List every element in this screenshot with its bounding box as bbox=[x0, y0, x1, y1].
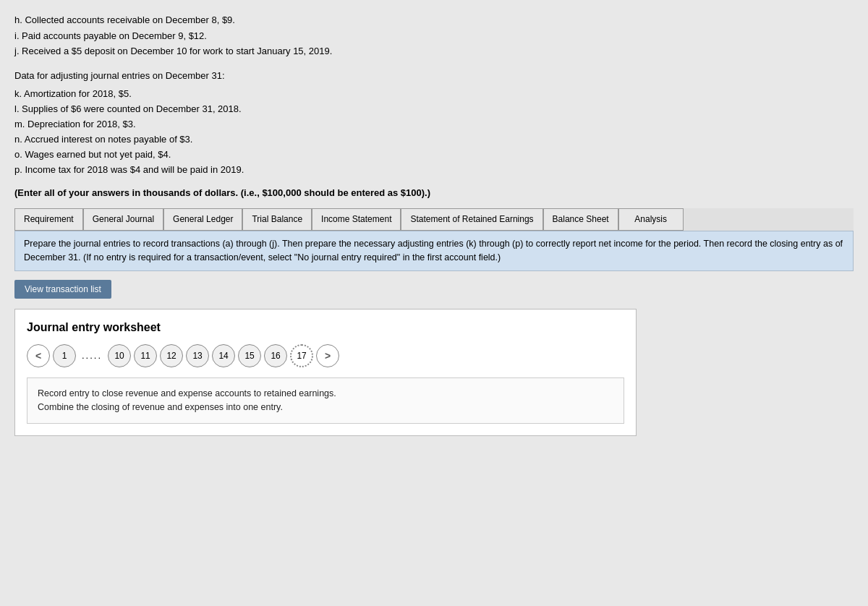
tab-balance-sheet[interactable]: Balance Sheet bbox=[543, 208, 618, 231]
instruction-bar: Prepare the journal entries to record tr… bbox=[14, 231, 854, 271]
note-bold: (Enter all of your answers in thousands … bbox=[14, 187, 854, 198]
page-button-13[interactable]: 13 bbox=[186, 344, 209, 367]
description-line1: Record entry to close revenue and expens… bbox=[38, 387, 613, 401]
page-button-1[interactable]: 1 bbox=[53, 344, 76, 367]
pagination-dots: ..... bbox=[79, 350, 105, 361]
line-o: o. Wages earned but not yet paid, $4. bbox=[14, 148, 854, 162]
page-button-12[interactable]: 12 bbox=[160, 344, 183, 367]
line-i: i. Paid accounts payable on December 9, … bbox=[14, 29, 854, 43]
line-h: h. Collected accounts receivable on Dece… bbox=[14, 13, 854, 27]
intro-text: h. Collected accounts receivable on Dece… bbox=[14, 13, 854, 59]
tab-general-journal[interactable]: General Journal bbox=[83, 208, 163, 231]
tabs-row: Requirement General Journal General Ledg… bbox=[14, 208, 854, 231]
tab-trial-balance[interactable]: Trial Balance bbox=[242, 208, 312, 231]
worksheet-title: Journal entry worksheet bbox=[27, 321, 624, 334]
page-button-17[interactable]: 17 bbox=[290, 344, 313, 367]
page-button-10[interactable]: 10 bbox=[108, 344, 131, 367]
line-l: l. Supplies of $6 were counted on Decemb… bbox=[14, 102, 854, 116]
line-k: k. Amortization for 2018, $5. bbox=[14, 87, 854, 101]
line-m: m. Depreciation for 2018, $3. bbox=[14, 117, 854, 132]
line-j: j. Received a $5 deposit on December 10 … bbox=[14, 44, 854, 59]
adjusting-list: k. Amortization for 2018, $5. l. Supplie… bbox=[14, 87, 854, 178]
next-page-button[interactable]: > bbox=[316, 344, 339, 367]
tab-requirement[interactable]: Requirement bbox=[14, 208, 83, 231]
page-button-11[interactable]: 11 bbox=[134, 344, 157, 367]
description-box: Record entry to close revenue and expens… bbox=[27, 377, 624, 424]
page-button-16[interactable]: 16 bbox=[264, 344, 287, 367]
page-button-14[interactable]: 14 bbox=[212, 344, 235, 367]
tab-analysis[interactable]: Analysis bbox=[618, 208, 684, 231]
line-n: n. Accrued interest on notes payable of … bbox=[14, 132, 854, 147]
tab-income-statement[interactable]: Income Statement bbox=[312, 208, 401, 231]
pagination: < 1 ..... 10 11 12 13 14 15 16 17 > bbox=[27, 344, 624, 367]
prev-page-button[interactable]: < bbox=[27, 344, 50, 367]
line-p: p. Income tax for 2018 was $4 and will b… bbox=[14, 163, 854, 177]
worksheet-section: Journal entry worksheet < 1 ..... 10 11 … bbox=[14, 309, 637, 437]
adjusting-header: Data for adjusting journal entries on De… bbox=[14, 70, 854, 81]
page-button-15[interactable]: 15 bbox=[238, 344, 261, 367]
tab-statement-retained-earnings[interactable]: Statement of Retained Earnings bbox=[401, 208, 542, 231]
tab-general-ledger[interactable]: General Ledger bbox=[163, 208, 242, 231]
view-transaction-list-button[interactable]: View transaction list bbox=[14, 280, 111, 299]
description-line2: Combine the closing of revenue and expen… bbox=[38, 401, 613, 414]
